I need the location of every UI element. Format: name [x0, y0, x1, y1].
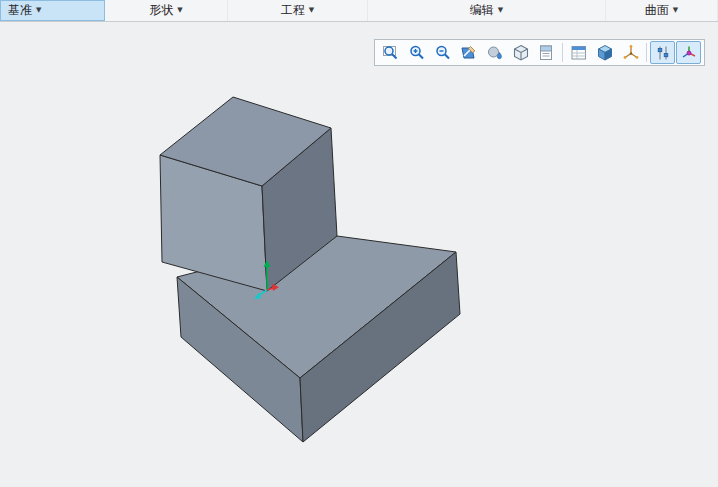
menu-engineering[interactable]: 工程▼ — [228, 0, 368, 21]
spin-center-icon[interactable] — [676, 41, 701, 64]
toolbar-separator — [646, 43, 647, 62]
annotation-display-icon[interactable] — [650, 41, 675, 64]
menu-shape[interactable]: 形状▼ — [105, 0, 228, 21]
dropdown-arrow-icon: ▼ — [498, 7, 503, 14]
section-view-icon[interactable] — [534, 41, 559, 64]
menubar: 基准▼形状▼工程▼编辑▼曲面▼ — [0, 0, 718, 22]
menu-label: 曲面 — [645, 2, 669, 19]
dropdown-arrow-icon: ▼ — [309, 7, 314, 14]
dropdown-arrow-icon: ▼ — [673, 7, 678, 14]
menu-surface[interactable]: 曲面▼ — [606, 0, 718, 21]
shade-icon[interactable] — [482, 41, 507, 64]
view-toolbar — [374, 39, 705, 66]
toolbar-separator — [562, 43, 563, 62]
display-style-icon[interactable] — [508, 41, 533, 64]
model-svg — [0, 22, 718, 487]
repaint-icon[interactable] — [456, 41, 481, 64]
dropdown-arrow-icon: ▼ — [177, 7, 182, 14]
dropdown-arrow-icon: ▼ — [36, 7, 41, 14]
menu-label: 工程 — [281, 2, 305, 19]
menu-datum[interactable]: 基准▼ — [0, 0, 105, 21]
zoom-in-icon[interactable] — [404, 41, 429, 64]
menu-label: 编辑 — [470, 2, 494, 19]
refit-icon[interactable] — [378, 41, 403, 64]
app-window: { "menubar": { "dropdown_arrow": "▼", "i… — [0, 0, 718, 487]
menu-label: 基准 — [8, 2, 32, 19]
zoom-out-icon[interactable] — [430, 41, 455, 64]
menu-edit[interactable]: 编辑▼ — [368, 0, 606, 21]
saved-view-list-icon[interactable] — [566, 41, 591, 64]
datum-display-filter-icon[interactable] — [618, 41, 643, 64]
view-manager-icon[interactable] — [592, 41, 617, 64]
menu-label: 形状 — [149, 2, 173, 19]
viewport-3d[interactable] — [0, 22, 718, 487]
